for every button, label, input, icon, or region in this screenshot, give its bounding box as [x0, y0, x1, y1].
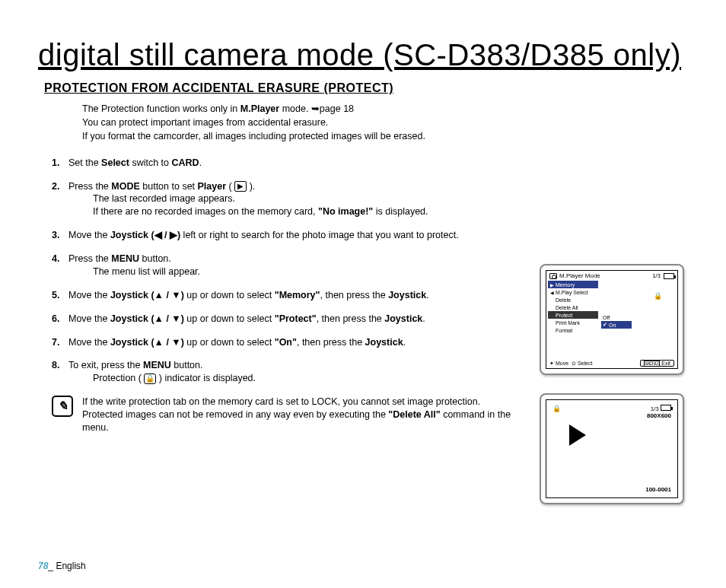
t: Press the: [68, 181, 111, 192]
t: is displayed.: [373, 206, 428, 217]
t: CARD: [172, 157, 199, 168]
note-l1: If the write protection tab on the memor…: [82, 396, 524, 408]
t: Off: [603, 315, 610, 320]
lock-icon: 🔒: [552, 405, 561, 419]
t: switch to: [129, 157, 172, 168]
t: .: [422, 313, 425, 324]
steps-list: Set the Select switch to CARD. Press the…: [52, 157, 524, 386]
page-footer: 78_ English: [38, 561, 86, 571]
menu-item-printmark: Print Mark: [548, 319, 598, 326]
t: button.: [139, 253, 171, 264]
section-heading: PROTECTION FROM ACCIDENTAL ERASURE (PROT…: [38, 81, 692, 95]
play-arrow-icon: [569, 424, 586, 446]
menu-item-protect: Protect: [548, 311, 598, 319]
t: .: [403, 337, 406, 348]
step-5: Move the Joystick (▲ / ▼) up or down to …: [52, 289, 524, 302]
t: .: [426, 290, 428, 300]
t: button.: [171, 360, 203, 370]
t: Joystick: [384, 313, 422, 324]
page-title: digital still camera mode (SC-D383/D385 …: [38, 38, 692, 72]
step-1: Set the Select switch to CARD.: [52, 157, 524, 170]
lock-icon: 🔒: [144, 373, 156, 384]
step-2-sub1: The last recorded image appears.: [68, 192, 524, 205]
lcd2-res: 800X600: [647, 412, 671, 419]
t: Joystick: [388, 290, 426, 300]
t: Delete All: [556, 305, 578, 310]
menu-item-deleteall: Delete All: [548, 304, 598, 311]
t: Print Mark: [556, 320, 580, 326]
t: Format: [556, 328, 572, 333]
lcd-playback-figure: 🔒 1/3 800X600 100-0001: [540, 393, 684, 504]
t: Set the: [68, 157, 101, 168]
t: button to set: [140, 181, 198, 192]
step-6: Move the Joystick (▲ / ▼) up or down to …: [52, 313, 524, 326]
t: M.Play Select: [556, 290, 588, 295]
lcd2-counter: 1/3: [651, 405, 659, 412]
t: Move the: [68, 230, 110, 240]
check-icon: ✔: [603, 322, 607, 328]
submenu: Off ✔On: [601, 313, 632, 329]
t: ).: [247, 181, 255, 192]
t: (: [226, 181, 234, 192]
t: "On": [275, 337, 297, 348]
page-number: 78: [38, 561, 48, 571]
t: "No image!": [318, 206, 373, 217]
t: Delete: [556, 297, 571, 303]
player-icon: ▶: [234, 181, 247, 192]
t: Joystick: [365, 337, 403, 348]
t: If there are no recorded images on the m…: [93, 206, 318, 217]
t: Player: [198, 181, 227, 192]
menu-exit-button: MENUExit: [640, 360, 674, 367]
menu-item-delete: Delete: [548, 296, 598, 304]
intro-l2: You can protect important images from ac…: [82, 116, 524, 129]
t: .: [199, 157, 202, 168]
lock-icon: 🔒: [654, 292, 662, 300]
t: Protected images can not be removed in a…: [82, 409, 388, 420]
step-7: Move the Joystick (▲ / ▼) up or down to …: [52, 336, 524, 349]
t: Joystick (▲ / ▼): [110, 313, 184, 324]
lcd-menu-figure: M.Player Mode 1/3 ▶Memory ◀M.Play Select…: [540, 264, 684, 375]
note-icon: ✎: [52, 396, 73, 417]
t: Move: [556, 361, 568, 366]
battery-icon: [664, 273, 674, 279]
t: Select: [578, 361, 592, 366]
intro-block: The Protection function works only in M.…: [82, 103, 524, 143]
intro-l1b: M.Player: [240, 103, 279, 114]
step-4-sub: The menu list will appear.: [68, 265, 524, 278]
menu-item-memory: ▶Memory: [548, 281, 598, 288]
t: up or down to select: [184, 313, 275, 324]
t: MENU: [644, 361, 661, 367]
t: Protect: [556, 313, 572, 318]
t: , then press the: [320, 290, 389, 300]
t: Move the: [68, 313, 110, 324]
t: MENU: [111, 253, 139, 264]
camera-icon: [549, 273, 557, 279]
menu-list: ▶Memory ◀M.Play Select Delete Delete All…: [546, 281, 598, 334]
lcd2-file: 100-0001: [645, 486, 671, 493]
note-block: ✎ If the write protection tab on the mem…: [52, 396, 524, 434]
t: Joystick (◀ / ▶): [110, 230, 180, 240]
t: ) indicator is displayed.: [156, 373, 256, 383]
t: Move the: [68, 290, 110, 300]
submenu-off: Off: [601, 313, 632, 321]
t: left or right to search for the photo im…: [180, 230, 458, 240]
lcd1-title: M.Player Mode: [559, 272, 600, 279]
t: Select: [101, 157, 129, 168]
t: "Protect": [275, 313, 317, 324]
footer-lang: English: [56, 561, 85, 571]
step-2-sub2: If there are no recorded images on the m…: [68, 205, 524, 218]
submenu-on: ✔On: [601, 321, 632, 329]
t: up or down to select: [184, 337, 275, 348]
t: up or down to select: [184, 290, 275, 300]
intro-ref: ➥page 18: [311, 103, 354, 114]
t: Joystick (▲ / ▼): [110, 290, 184, 300]
t: On: [609, 323, 616, 328]
step-2: Press the MODE button to set Player ( ▶ …: [52, 180, 524, 219]
step-8: To exit, press the MENU button. Protecti…: [52, 359, 524, 385]
t: "Memory": [275, 290, 320, 300]
t: Move the: [68, 337, 110, 348]
t: "Delete All": [388, 409, 440, 420]
lcd1-counter: 1/3: [652, 272, 661, 279]
intro-l1c: mode.: [279, 103, 311, 114]
t: , then press the: [317, 313, 385, 324]
